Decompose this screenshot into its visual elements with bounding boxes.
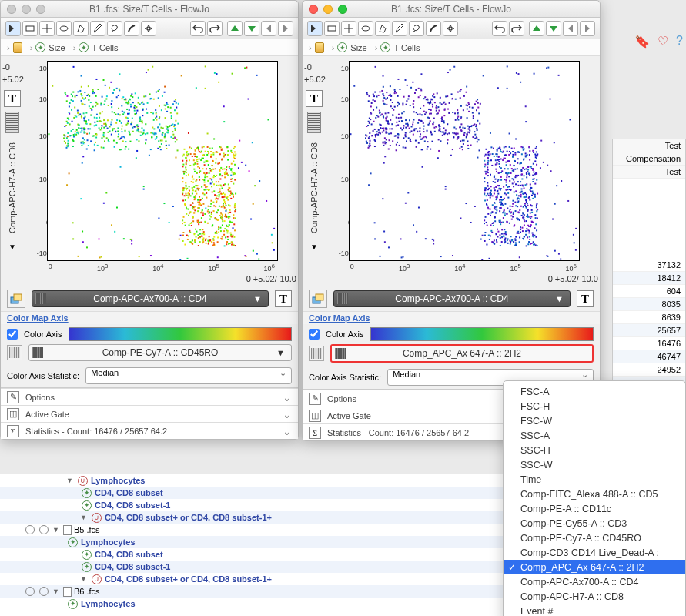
nav-next-button[interactable] xyxy=(580,21,595,36)
nav-down-button[interactable] xyxy=(244,21,259,36)
lasso-gate-tool[interactable] xyxy=(107,21,122,36)
bc-size[interactable]: › ✦ Size xyxy=(332,42,367,52)
nav-up-button[interactable] xyxy=(227,21,243,36)
titlebar[interactable]: B1 .fcs: Size/T Cells - FlowJo xyxy=(303,1,600,18)
color-gradient[interactable] xyxy=(69,327,292,341)
curly-quad-tool[interactable] xyxy=(141,21,156,36)
menu-item[interactable]: FSC-A xyxy=(504,384,685,399)
nav-prev-button[interactable] xyxy=(563,21,578,36)
color-gradient[interactable] xyxy=(370,327,594,341)
breadcrumb[interactable]: › › ✦ Size › ✦ T Cells xyxy=(303,39,600,56)
menu-item[interactable]: ✓Comp_APC_Ax 647-A :: 2H2 xyxy=(504,560,685,574)
svg-rect-2043 xyxy=(510,172,511,174)
scatter-plot[interactable] xyxy=(349,61,580,261)
y-axis-transform-button[interactable]: T xyxy=(4,90,21,107)
svg-rect-1900 xyxy=(495,196,497,198)
x-axis-transform-button[interactable]: T xyxy=(275,290,292,307)
titlebar[interactable]: B1 .fcs: Size/T Cells - FlowJo xyxy=(1,1,298,18)
ellipse-gate-tool[interactable] xyxy=(56,21,72,36)
quad-gate-tool[interactable] xyxy=(39,21,55,36)
color-axis-grip-icon[interactable] xyxy=(7,345,22,360)
menu-item[interactable]: Time xyxy=(504,472,685,487)
redo-button[interactable] xyxy=(207,21,223,36)
traffic-lights[interactable] xyxy=(7,5,45,14)
color-axis-checkbox[interactable] xyxy=(7,329,18,340)
pointer-tool[interactable] xyxy=(5,21,21,36)
x-axis-parameter-dropdown[interactable]: Comp-APC-Ax700-A :: CD4 ▼ xyxy=(333,290,571,307)
bc-tcells[interactable]: › ✦ T Cells xyxy=(73,42,119,52)
y-axis-grip[interactable] xyxy=(307,112,321,133)
svg-rect-2026 xyxy=(529,216,530,218)
svg-rect-567 xyxy=(233,223,235,225)
polygon-gate-tool[interactable] xyxy=(73,21,89,36)
svg-rect-354 xyxy=(121,98,122,99)
lasso-gate-tool[interactable] xyxy=(409,21,424,36)
quad-gate-tool[interactable] xyxy=(341,21,356,36)
breadcrumb[interactable]: › › ✦ Size › ✦ T Cells xyxy=(1,39,298,56)
svg-rect-1905 xyxy=(526,228,527,229)
undo-button[interactable] xyxy=(492,21,507,36)
bc-root[interactable]: › xyxy=(309,42,324,53)
menu-item[interactable]: Comp-PE-Cy55-A :: CD3 xyxy=(504,516,685,531)
menu-item[interactable]: SSC-H xyxy=(504,443,685,457)
bc-root[interactable]: › xyxy=(7,42,22,53)
svg-rect-1522 xyxy=(437,106,439,108)
pencil-gate-tool[interactable] xyxy=(392,21,407,36)
bc-size[interactable]: › ✦ Size xyxy=(30,42,65,52)
rect-gate-tool[interactable] xyxy=(22,21,38,36)
y-axis-label[interactable]: Comp-APC-H7-A :: CD8 xyxy=(310,142,319,233)
axis-parameter-menu[interactable]: FSC-A FSC-H FSC-W SSC-A SSC-H SSC-W Time… xyxy=(503,380,686,616)
redo-button[interactable] xyxy=(509,21,524,36)
pointer-tool[interactable] xyxy=(307,21,323,36)
x-axis-transform-button[interactable]: T xyxy=(577,290,594,307)
menu-item[interactable]: Comp-PE-Cy7-A :: CD45RO xyxy=(504,531,685,545)
color-axis-parameter-dropdown[interactable]: Comp_APC_Ax 647-A :: 2H2 xyxy=(330,344,594,363)
active-gate-panel[interactable]: ◫ Active Gate⌄ xyxy=(1,405,298,422)
y-axis-grip[interactable] xyxy=(5,112,19,133)
bc-tcells[interactable]: › ✦ T Cells xyxy=(375,42,420,52)
auto-gate-tool[interactable] xyxy=(124,21,139,36)
menu-item[interactable]: SSC-A xyxy=(504,428,685,443)
menu-item[interactable]: Comp-FITC_Alexa 488-A :: CD5 xyxy=(504,487,685,501)
statistics-panel[interactable]: Σ Statistics - Count: 16476 / 25657 64.2… xyxy=(1,422,298,439)
menu-item[interactable]: FSC-W xyxy=(504,413,685,428)
rect-gate-tool[interactable] xyxy=(324,21,340,36)
menu-item[interactable]: Comp-APC-H7-A :: CD8 xyxy=(504,589,685,604)
menu-item[interactable]: Comp-PE-A :: CD11c xyxy=(504,501,685,516)
menu-item[interactable]: Comp-APC-Ax700-A :: CD4 xyxy=(504,574,685,589)
menu-item[interactable]: Event # xyxy=(504,604,685,616)
menu-item[interactable]: FSC-H xyxy=(504,399,685,413)
ellipse-gate-tool[interactable] xyxy=(358,21,373,36)
svg-rect-2109 xyxy=(528,173,530,175)
y-axis-label[interactable]: Comp-APC-H7-A :: CD8 xyxy=(8,142,17,233)
scatter-plot[interactable] xyxy=(47,61,278,261)
svg-rect-302 xyxy=(102,111,103,112)
color-statistic-select[interactable]: Median ⌄ xyxy=(85,367,292,384)
nav-next-button[interactable] xyxy=(278,21,293,36)
menu-item[interactable]: Comp-CD3 CD14 Live_Dead-A : xyxy=(504,545,685,560)
svg-rect-373 xyxy=(119,114,121,116)
y-axis-transform-button[interactable]: T xyxy=(306,90,323,107)
pencil-gate-tool[interactable] xyxy=(90,21,105,36)
bookmark-icon[interactable]: 🔖 xyxy=(634,34,650,49)
x-axis-parameter-dropdown[interactable]: Comp-APC-Ax700-A :: CD4 ▼ xyxy=(32,290,269,307)
curly-quad-tool[interactable] xyxy=(443,21,458,36)
help-icon[interactable]: ? xyxy=(676,34,683,49)
nav-up-button[interactable] xyxy=(529,21,544,36)
traffic-lights[interactable] xyxy=(309,5,347,14)
color-axis-checkbox[interactable] xyxy=(309,329,320,340)
color-axis-parameter-dropdown[interactable]: Comp-PE-Cy7-A :: CD45RO▼ xyxy=(28,344,292,361)
nav-prev-button[interactable] xyxy=(261,21,276,36)
layer-icon[interactable] xyxy=(7,290,25,308)
svg-rect-1065 xyxy=(100,256,102,258)
auto-gate-tool[interactable] xyxy=(426,21,441,36)
heart-icon[interactable]: ♡ xyxy=(658,34,668,49)
undo-button[interactable] xyxy=(190,21,206,36)
layer-icon[interactable] xyxy=(309,290,327,308)
menu-item[interactable]: SSC-W xyxy=(504,457,685,472)
svg-rect-389 xyxy=(124,130,125,132)
color-axis-grip-icon[interactable] xyxy=(309,346,324,361)
polygon-gate-tool[interactable] xyxy=(375,21,390,36)
options-panel[interactable]: ✎ Options⌄ xyxy=(1,388,298,405)
nav-down-button[interactable] xyxy=(546,21,561,36)
